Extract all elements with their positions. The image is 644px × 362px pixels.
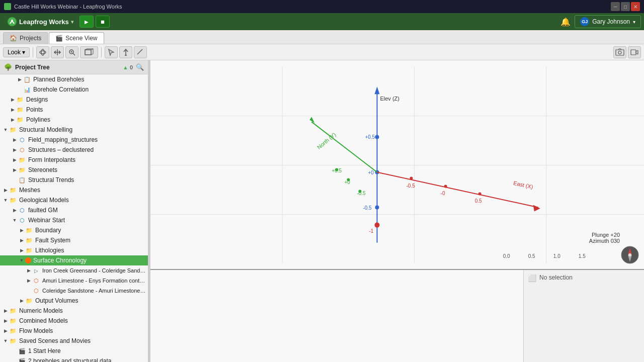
saved-scenes-label: Saved Scenes and Movies [19, 337, 91, 344]
expand-iron-creek[interactable]: ▶ [25, 268, 32, 273]
record-scene-tool[interactable] [628, 46, 641, 58]
look-dropdown[interactable]: Look ▾ [3, 47, 30, 57]
structures-declustered-icon: ⬡ [18, 146, 26, 154]
user-name: Gary Johnson [592, 18, 630, 25]
tree-item-numeric-models[interactable]: ▶ 📁 Numeric Models [0, 306, 148, 316]
expand-points[interactable]: ▶ [9, 107, 16, 112]
box-tool[interactable] [80, 46, 98, 58]
expand-form-interpolants[interactable]: ▶ [11, 157, 18, 162]
minimize-button[interactable]: ─ [611, 2, 620, 11]
tree-item-saved-scenes[interactable]: ▼ 📁 Saved Scenes and Movies [0, 336, 148, 346]
svg-text:-0.5: -0.5 [407, 183, 416, 189]
tree-item-borehole-correlation[interactable]: ▶ 📊 Borehole Correlation [0, 84, 148, 95]
zoom-tool[interactable] [65, 46, 78, 58]
tree-item-surface-chronology[interactable]: ▼ Surface Chronology [0, 255, 148, 265]
svg-text:0.5: 0.5 [475, 198, 482, 204]
designs-label: Designs [26, 96, 48, 103]
tree-item-scene-1[interactable]: ▶ 🎬 1 Start Here [0, 346, 148, 356]
svg-point-32 [375, 206, 379, 210]
bottom-scene[interactable] [150, 270, 523, 362]
tab-scene-view[interactable]: 🎬 Scene View [49, 32, 104, 44]
tree-item-designs[interactable]: ▶ 📁 Designs [0, 95, 148, 105]
field-mapping-label: Field_mapping_structures [28, 136, 98, 143]
expand-stereonets[interactable]: ▶ [11, 167, 18, 172]
expand-surface-chronology[interactable]: ▼ [18, 258, 25, 263]
measure-tool[interactable] [134, 46, 147, 58]
expand-saved-scenes[interactable]: ▼ [2, 338, 9, 343]
tree-item-stereonets[interactable]: ▶ 📁 Stereonets [0, 165, 148, 175]
notification-bell[interactable]: 🔔 [558, 15, 573, 29]
expand-structures-declustered[interactable]: ▶ [11, 147, 18, 152]
expand-faulted-gm[interactable]: ▶ [11, 208, 18, 213]
expand-polylines[interactable]: ▶ [9, 117, 16, 122]
expand-planned-boreholes[interactable]: ▶ [16, 77, 23, 82]
tree-item-amuri-limestone[interactable]: ▶ ⬡ Amuri Limestone - Enys Formation con… [0, 276, 148, 286]
play-button[interactable]: ▶ [79, 16, 94, 28]
flow-models-icon: 📁 [9, 327, 17, 335]
tree-item-flow-models[interactable]: ▶ 📁 Flow Models [0, 326, 148, 336]
no-selection-icon: ⬜ [528, 274, 536, 282]
tree-item-iron-creek[interactable]: ▶ ▷ Iron Creek Greensand - Coleridge San… [0, 265, 148, 276]
tree-item-webinar-start[interactable]: ▼ ⬡ Webinar Start [0, 215, 148, 225]
tree-item-field-mapping[interactable]: ▶ ⬡ Field_mapping_structures [0, 135, 148, 145]
tree-item-polylines[interactable]: ▶ 📁 Polylines [0, 115, 148, 125]
tree-item-geological-models[interactable]: ▼ 📁 Geological Models [0, 195, 148, 205]
amuri-limestone-icon: ⬡ [32, 277, 40, 285]
form-interpolants-label: Form Interpolants [28, 156, 75, 163]
expand-structural-modelling[interactable]: ▼ [2, 127, 9, 132]
expand-flow-models[interactable]: ▶ [2, 328, 9, 333]
scene-tab-icon: 🎬 [55, 35, 63, 42]
expand-webinar-start[interactable]: ▼ [11, 218, 18, 223]
tree-item-combined-models[interactable]: ▶ 📁 Combined Models [0, 316, 148, 326]
tree-item-meshes[interactable]: ▶ 📁 Meshes [0, 185, 148, 195]
expand-field-mapping[interactable]: ▶ [11, 137, 18, 142]
expand-designs[interactable]: ▶ [9, 97, 16, 102]
tree-item-lithologies[interactable]: ▶ 📁 Lithologies [0, 245, 148, 255]
user-menu-button[interactable]: GJ Gary Johnson ▾ [575, 15, 641, 28]
orbit-icon [39, 48, 47, 56]
expand-numeric-models[interactable]: ▶ [2, 308, 9, 313]
tree-item-scene-2[interactable]: ▶ 🎬 2 boreholes and structural data [0, 356, 148, 362]
structural-modelling-icon: 📁 [9, 126, 17, 134]
pick-tool[interactable] [119, 46, 132, 58]
pan-tool[interactable] [51, 46, 64, 58]
tree-item-faulted-gm[interactable]: ▶ ⬡ faulted GM [0, 205, 148, 215]
svg-text:-0: -0 [441, 191, 445, 196]
tree-search-icon[interactable]: 🔍 [136, 63, 144, 71]
tree-item-fault-system[interactable]: ▶ 📁 Fault System [0, 235, 148, 245]
orbit-tool[interactable] [36, 46, 49, 58]
geological-models-icon: 📁 [9, 196, 17, 204]
expand-boundary[interactable]: ▶ [18, 228, 25, 233]
tree-item-planned-boreholes[interactable]: ▶ 📋 Planned Boreholes [0, 74, 148, 84]
svg-point-50 [478, 193, 481, 196]
svg-point-2 [40, 51, 46, 54]
app-bar: Leapfrog Works ▾ ▶ ⏹ 🔔 GJ Gary Johnson ▾ [0, 13, 644, 30]
toolbar-separator-2 [101, 47, 102, 57]
compass-svg [621, 246, 639, 264]
main-viewport[interactable]: Elev (Z) +0.5 +0 -0.5 North (Y) +0.5 +0 … [150, 60, 644, 269]
expand-geological-models[interactable]: ▼ [2, 198, 9, 203]
stereonets-label: Stereonets [28, 166, 57, 173]
tree-item-output-volumes[interactable]: ▶ 📁 Output Volumes [0, 296, 148, 306]
tree-item-points[interactable]: ▶ 📁 Points [0, 105, 148, 115]
close-button[interactable]: ✕ [631, 2, 640, 11]
expand-output-volumes[interactable]: ▶ [18, 298, 25, 303]
select-cursor-tool[interactable] [105, 46, 118, 58]
maximize-button[interactable]: □ [621, 2, 630, 11]
expand-meshes[interactable]: ▶ [2, 188, 9, 193]
lithologies-icon: 📁 [25, 246, 33, 254]
expand-fault-system[interactable]: ▶ [18, 238, 25, 243]
screenshot-tool[interactable] [613, 46, 626, 58]
tree-item-structures-declustered[interactable]: ▶ ⬡ Structures – declustered [0, 145, 148, 155]
tree-item-boundary[interactable]: ▶ 📁 Boundary [0, 225, 148, 235]
expand-combined-models[interactable]: ▶ [2, 318, 9, 323]
tree-item-structural-trends[interactable]: ▶ 📋 Structural Trends [0, 175, 148, 185]
tab-projects[interactable]: 🏠 Projects [3, 32, 48, 44]
tree-item-structural-modelling[interactable]: ▼ 📁 Structural Modelling [0, 125, 148, 135]
expand-lithologies[interactable]: ▶ [18, 248, 25, 253]
expand-amuri-limestone[interactable]: ▶ [25, 278, 32, 283]
tree-item-coleridge-sandstone[interactable]: ▶ ⬡ Coleridge Sandstone - Amuri Limeston… [0, 286, 148, 296]
record-button[interactable]: ⏹ [96, 16, 110, 28]
app-logo: Leapfrog Works ▾ [3, 17, 77, 27]
tree-item-form-interpolants[interactable]: ▶ 📁 Form Interpolants [0, 155, 148, 165]
